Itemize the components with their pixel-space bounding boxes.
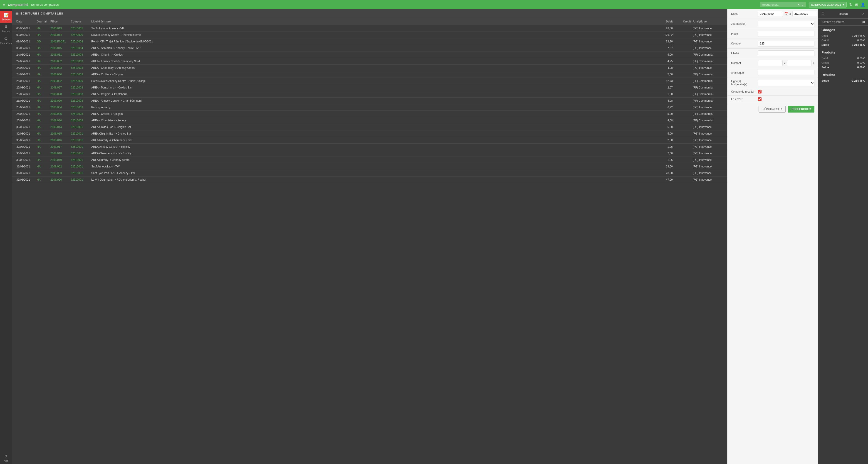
table-row[interactable]: 30/08/2021 HA 2108/015 62510001 AREA Chi… xyxy=(12,130,727,137)
cell-piece: 2108/033 xyxy=(50,66,70,70)
table-title: ÉCRITURES COMPTABLES xyxy=(21,12,63,15)
calendar-from-icon[interactable]: 📅 xyxy=(784,12,788,15)
table-row[interactable]: 25/08/2021 HA 2108/029 62510003 AREA - A… xyxy=(12,98,727,104)
cell-date: 31/08/2021 xyxy=(16,171,36,175)
cell-debit: 4,08 xyxy=(655,99,674,103)
cell-analytique: (FG) Innovance xyxy=(692,66,723,70)
cell-libelle: AREA Rumilly -> Chambery Nord xyxy=(90,138,655,142)
search-expand-icon[interactable]: ⌄ xyxy=(802,3,804,6)
table-row[interactable]: 24/08/2021 HA 2108/030 62510003 AREA - C… xyxy=(12,71,727,78)
cell-piece: 2108/035 xyxy=(50,112,70,116)
table-row[interactable]: 24/08/2021 HA 2108/032 62510003 AREA - A… xyxy=(12,58,727,65)
filter-lignes-select[interactable] xyxy=(758,80,814,86)
table-row[interactable]: 25/08/2021 HA 2108/022 62570000 Hôtel No… xyxy=(12,78,727,85)
table-row[interactable]: 30/08/2021 HA 2108/014 62510001 AREA Cro… xyxy=(12,124,727,130)
cell-date: 24/08/2021 xyxy=(16,53,36,57)
cell-analytique: (FG) Innovance xyxy=(692,46,723,50)
cell-date: 25/08/2021 xyxy=(16,86,36,90)
cell-credit xyxy=(674,28,692,29)
filter-compte-input[interactable] xyxy=(758,41,814,46)
table-row[interactable]: 08/06/2021 OD 2106/FSCF1 62510004 Remb. … xyxy=(12,38,727,45)
table-row[interactable]: 30/08/2021 HA 2108/017 62510001 AREA Ann… xyxy=(12,144,727,150)
filter-date-from[interactable] xyxy=(758,11,783,17)
table-row[interactable]: 25/08/2021 HA 2108/034 62510003 Parking … xyxy=(12,104,727,111)
refresh-icon[interactable]: ↻ xyxy=(849,2,852,7)
table-row[interactable]: 30/08/2021 HA 2108/019 62510001 AREA Rum… xyxy=(12,157,727,163)
filter-analytique-row: Analytique xyxy=(727,68,818,78)
filter-montant-to[interactable] xyxy=(787,60,812,66)
col-date: Date xyxy=(16,20,36,24)
charges-credit-line: Crédit 0,00 € xyxy=(822,38,865,43)
cell-credit xyxy=(674,74,692,75)
filter-journal-select[interactable] xyxy=(758,21,814,27)
table-row[interactable]: 08/06/2021 HA 2106/014 62570000 Novotel … xyxy=(12,32,727,38)
search-bar[interactable]: ✕ ⌄ xyxy=(760,2,806,7)
col-compte: Compte xyxy=(70,20,90,24)
table-row[interactable]: 24/08/2021 HA 2108/031 62510003 AREA - C… xyxy=(12,52,727,58)
rechercher-button[interactable]: RECHERCHER xyxy=(788,106,814,112)
cell-credit xyxy=(674,140,692,141)
table-row[interactable]: 30/08/2021 HA 2108/016 62510001 AREA Rum… xyxy=(12,137,727,144)
sidebar-item-imports[interactable]: ⬇ Imports xyxy=(0,23,12,34)
table-row[interactable]: 31/08/2021 HA 2108/003 62510001 Sncf Lyo… xyxy=(12,170,727,176)
cell-piece: 2108/016 xyxy=(50,138,70,142)
cell-libelle: AREA - Crolles -> Chignin xyxy=(90,112,655,116)
sidebar-item-parametres[interactable]: ⚙ Paramètres xyxy=(0,34,12,46)
totaux-header: Σ Totaux ✕ xyxy=(818,9,868,19)
cell-compte: 62510003 xyxy=(70,112,90,116)
cell-journal: HA xyxy=(36,72,50,76)
grid-icon[interactable]: ⊞ xyxy=(855,2,858,7)
cell-piece: 2108/020 xyxy=(50,178,70,182)
table-row[interactable]: 25/08/2021 HA 2108/027 62510003 AREA - P… xyxy=(12,85,727,91)
filter-en-erreur-checkbox[interactable] xyxy=(758,97,762,101)
table-row[interactable]: 08/06/2021 HA 2106/015 62510004 AREA - S… xyxy=(12,45,727,52)
cell-piece: 2106/015 xyxy=(50,46,70,50)
filter-libelle-input[interactable] xyxy=(758,51,814,56)
cell-journal: HA xyxy=(36,158,50,162)
sidebar-item-ecritures[interactable]: 📝 Écritures xyxy=(0,11,12,23)
col-libelle: Libellé écriture xyxy=(90,20,655,24)
sidebar-item-aide[interactable]: ? Aide xyxy=(2,453,9,464)
table-row[interactable]: 30/08/2021 HA 2108/018 62510001 AREA Cha… xyxy=(12,150,727,157)
cell-piece: 2108/028 xyxy=(50,92,70,96)
search-input[interactable] xyxy=(762,3,796,6)
filter-lignes-row: Ligne(s) budgétaire(s) xyxy=(727,78,818,88)
cell-journal: HA xyxy=(36,105,50,109)
filter-compte-resultat-checkbox[interactable] xyxy=(758,90,762,94)
exercice-selector[interactable]: EXERCICE 2020-2021 ▾ xyxy=(809,2,847,7)
cell-compte: 62510003 xyxy=(70,92,90,96)
charges-credit-label: Crédit xyxy=(822,39,829,42)
filter-date-to[interactable] xyxy=(793,11,817,17)
cell-journal: HA xyxy=(36,165,50,169)
table-row[interactable]: 25/08/2021 HA 2108/036 62510003 AREA - C… xyxy=(12,117,727,124)
table-row[interactable]: 31/08/2021 HA 2108/020 62510001 Le Vin G… xyxy=(12,176,727,183)
cell-credit xyxy=(674,107,692,108)
filter-journal-row: Journal(aux) xyxy=(727,19,818,29)
parametres-icon: ⚙ xyxy=(4,36,8,41)
table-row[interactable]: 08/06/2021 HA 2106/013 62510005 Sncf - L… xyxy=(12,25,727,32)
sidebar-item-aide-label: Aide xyxy=(4,460,8,462)
table-row[interactable]: 25/08/2021 HA 2108/035 62510003 AREA - C… xyxy=(12,111,727,117)
cell-journal: HA xyxy=(36,119,50,123)
table-row[interactable]: 25/08/2021 HA 2108/028 62510003 AREA - C… xyxy=(12,91,727,98)
cell-date: 24/08/2021 xyxy=(16,59,36,63)
cell-piece: 2108/030 xyxy=(50,72,70,76)
produits-credit-label: Crédit xyxy=(822,61,829,64)
table-row[interactable]: 31/08/2021 HA 2108/002 62510001 Sncf Ann… xyxy=(12,163,727,170)
charges-solde-value: 1 214,45 € xyxy=(852,43,865,46)
cell-compte: 62510001 xyxy=(70,151,90,156)
app-subtitle: Écritures comptables xyxy=(31,3,59,6)
cell-analytique: (FG) Innovance xyxy=(692,138,723,142)
search-clear-icon[interactable]: ✕ xyxy=(797,3,800,6)
cell-analytique: (FG) Innovance xyxy=(692,171,723,175)
totaux-close-icon[interactable]: ✕ xyxy=(862,12,865,15)
reinitialiser-button[interactable]: RÉINITIALISER xyxy=(758,106,785,112)
filter-piece-input[interactable] xyxy=(758,31,814,37)
cell-piece: 2108/031 xyxy=(50,53,70,57)
user-icon[interactable]: 👤 xyxy=(861,2,865,7)
menu-icon[interactable]: ≡ xyxy=(3,2,5,7)
table-row[interactable]: 24/08/2021 HA 2108/033 62510003 AREA - C… xyxy=(12,65,727,71)
filter-analytique-input[interactable] xyxy=(758,70,814,76)
filter-montant-from[interactable] xyxy=(758,60,783,66)
cell-analytique: (FG) Innovance xyxy=(692,125,723,129)
